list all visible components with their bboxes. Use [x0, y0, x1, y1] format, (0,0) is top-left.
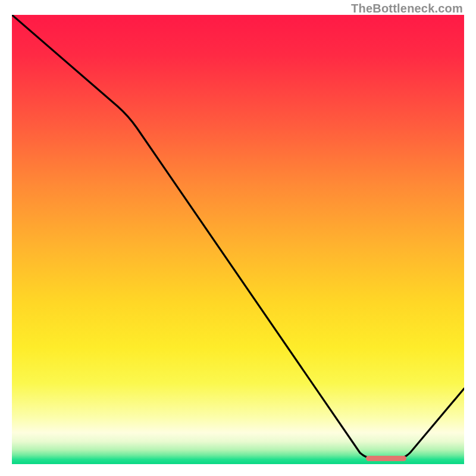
valley-marker: [366, 456, 406, 461]
watermark-text: TheBottleneck.com: [351, 2, 463, 15]
curve-svg: [12, 15, 464, 464]
chart-container: TheBottleneck.com: [0, 0, 476, 476]
curve-path: [12, 15, 464, 459]
